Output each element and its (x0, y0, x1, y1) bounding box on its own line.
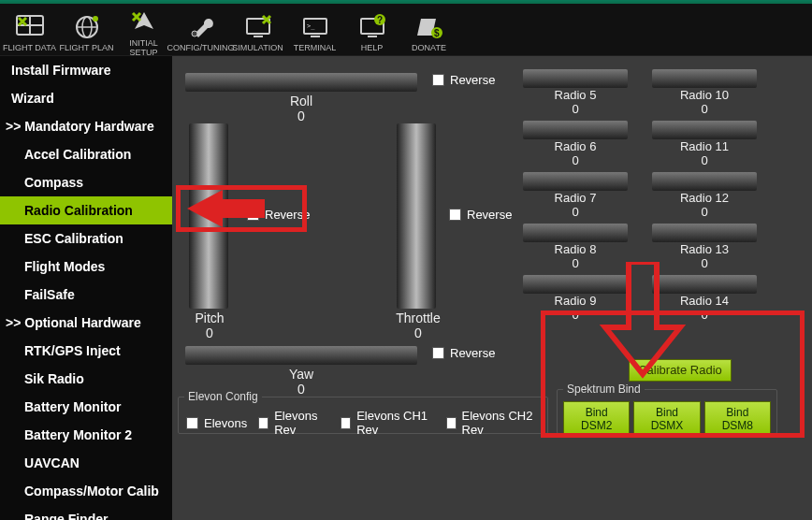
sidebar-item-uavcan[interactable]: UAVCAN (0, 449, 172, 477)
bind-dsm2-button[interactable]: Bind DSM2 (563, 401, 630, 437)
yaw-reverse-label: Reverse (450, 346, 495, 360)
bind-dsm8-button[interactable]: Bind DSM8 (704, 401, 771, 437)
yaw-reverse-checkbox[interactable]: Reverse (432, 346, 495, 360)
content-pane: Reverse Roll 0 Reverse Pitch 0 Reverse T… (172, 56, 812, 520)
radio-label: Radio 10 (652, 88, 757, 102)
radio-channel-radio-13: Radio 130 (652, 224, 757, 275)
tool-label: INITIAL SETUP (116, 38, 171, 57)
terminal-icon: >_ (299, 11, 331, 43)
checkbox-icon (432, 74, 444, 86)
sidebar: Install FirmwareWizard>> Mandatory Hardw… (0, 56, 172, 520)
sidebar-item-radio-calibration[interactable]: Radio Calibration (0, 196, 172, 224)
sidebar-item-flight-modes[interactable]: Flight Modes (0, 253, 172, 281)
radio-bar (523, 275, 628, 294)
radio-channel-radio-11: Radio 110 (652, 121, 757, 172)
spektrum-bind-fieldset: Spektrum Bind Bind DSM2 Bind DSMX Bind D… (557, 389, 777, 434)
radio-label: Radio 13 (652, 242, 757, 256)
tool-donate[interactable]: $ DONATE (401, 9, 457, 52)
wrench-icon (185, 11, 217, 43)
radio-label: Radio 9 (523, 294, 628, 308)
sidebar-item-optional-hardware[interactable]: >> Optional Hardware (0, 309, 172, 337)
radio-bar (523, 172, 628, 191)
yaw-bar (185, 346, 417, 365)
tool-flight-plan[interactable]: FLIGHT PLAN (59, 9, 114, 52)
calibrate-radio-button[interactable]: Calibrate Radio (629, 359, 732, 382)
radio-label: Radio 7 (523, 191, 628, 205)
radio-channel-radio-8: Radio 80 (523, 224, 628, 275)
checkbox-icon (341, 417, 351, 429)
radio-bar (652, 224, 757, 242)
radio-channel-radio-5: Radio 50 (523, 69, 628, 121)
sidebar-item-range-finder[interactable]: Range Finder (0, 505, 172, 520)
donate-icon: $ (413, 11, 445, 43)
elevons-checkbox[interactable]: Elevons (186, 409, 247, 437)
tool-simulation[interactable]: SIMULATION (230, 9, 285, 52)
sidebar-item-install-firmware[interactable]: Install Firmware (0, 56, 172, 84)
svg-point-7 (192, 31, 197, 36)
tool-label: SIMULATION (232, 43, 283, 52)
pitch-value: 0 (172, 325, 247, 340)
elevons-rev-checkbox[interactable]: Elevons Rev (258, 409, 329, 437)
tool-help[interactable]: ? HELP (344, 9, 399, 52)
svg-text:>_: >_ (307, 22, 315, 30)
sidebar-item-esc-calibration[interactable]: ESC Calibration (0, 224, 172, 253)
elevons-ch2-rev-checkbox[interactable]: Elevons CH2 Rev (446, 409, 540, 437)
elevons-ch1-rev-label: Elevons CH1 Rev (356, 409, 434, 437)
radio-value: 0 (652, 153, 757, 167)
roll-label: Roll (185, 94, 417, 108)
help-icon: ? (356, 11, 388, 43)
pitch-label: Pitch (172, 311, 247, 325)
svg-text:?: ? (377, 15, 383, 25)
radio-channel-radio-7: Radio 70 (523, 172, 628, 224)
pitch-bar (189, 123, 228, 309)
throttle-value: 0 (376, 325, 460, 340)
pitch-reverse-checkbox[interactable]: Reverse (247, 208, 310, 222)
sidebar-item-compass-motor-calib[interactable]: Compass/Motor Calib (0, 477, 172, 505)
radio-channel-radio-10: Radio 100 (652, 69, 757, 121)
radio-bar (652, 121, 757, 139)
checkbox-icon (258, 417, 268, 429)
sidebar-item-wizard[interactable]: Wizard (0, 84, 172, 112)
roll-bar (185, 73, 417, 92)
radio-value: 0 (523, 308, 628, 322)
tool-label: HELP (361, 43, 384, 52)
checkbox-icon (446, 417, 457, 429)
pitch-reverse-label: Reverse (265, 208, 310, 222)
radio-channel-radio-14: Radio 140 (652, 275, 757, 326)
sidebar-item-accel-calibration[interactable]: Accel Calibration (0, 140, 172, 168)
radio-bar (652, 275, 757, 294)
roll-reverse-checkbox[interactable]: Reverse (432, 73, 495, 87)
checkbox-icon (449, 209, 461, 221)
radio-value: 0 (523, 153, 628, 167)
roll-reverse-label: Reverse (450, 73, 495, 87)
radio-label: Radio 14 (652, 294, 757, 308)
elevons-rev-label: Elevons Rev (274, 409, 329, 437)
sidebar-item-failsafe[interactable]: FailSafe (0, 281, 172, 309)
spektrum-legend: Spektrum Bind (563, 383, 645, 396)
bind-dsmx-button[interactable]: Bind DSMX (633, 401, 700, 437)
radio-col-1: Radio 50Radio 60Radio 70Radio 80Radio 90 (523, 69, 628, 326)
radio-value: 0 (652, 205, 757, 219)
elevons-ch1-rev-checkbox[interactable]: Elevons CH1 Rev (341, 409, 434, 437)
tool-flight-data[interactable]: FLIGHT DATA (2, 9, 57, 52)
sidebar-item-battery-monitor-2[interactable]: Battery Monitor 2 (0, 421, 172, 449)
tool-terminal[interactable]: >_ TERMINAL (287, 9, 342, 52)
sidebar-item-mandatory-hardware[interactable]: >> Mandatory Hardware (0, 112, 172, 140)
radio-value: 0 (523, 256, 628, 270)
tool-initial-setup[interactable]: INITIAL SETUP (116, 5, 171, 57)
sidebar-item-rtk-gps-inject[interactable]: RTK/GPS Inject (0, 337, 172, 365)
sidebar-item-battery-monitor[interactable]: Battery Monitor (0, 393, 172, 421)
svg-text:$: $ (434, 28, 440, 38)
sidebar-item-sik-radio[interactable]: Sik Radio (0, 365, 172, 393)
radio-label: Radio 8 (523, 242, 628, 256)
throttle-reverse-checkbox[interactable]: Reverse (449, 208, 512, 222)
radio-label: Radio 5 (523, 88, 628, 102)
throttle-label: Throttle (376, 311, 460, 325)
elevon-legend: Elevon Config (184, 390, 262, 403)
radio-bar (523, 224, 628, 242)
monitor-plane-icon (242, 11, 274, 43)
radio-label: Radio 12 (652, 191, 757, 205)
sidebar-item-compass[interactable]: Compass (0, 168, 172, 196)
tool-config-tuning[interactable]: CONFIG/TUNING (173, 9, 228, 52)
checkbox-icon (432, 347, 444, 359)
